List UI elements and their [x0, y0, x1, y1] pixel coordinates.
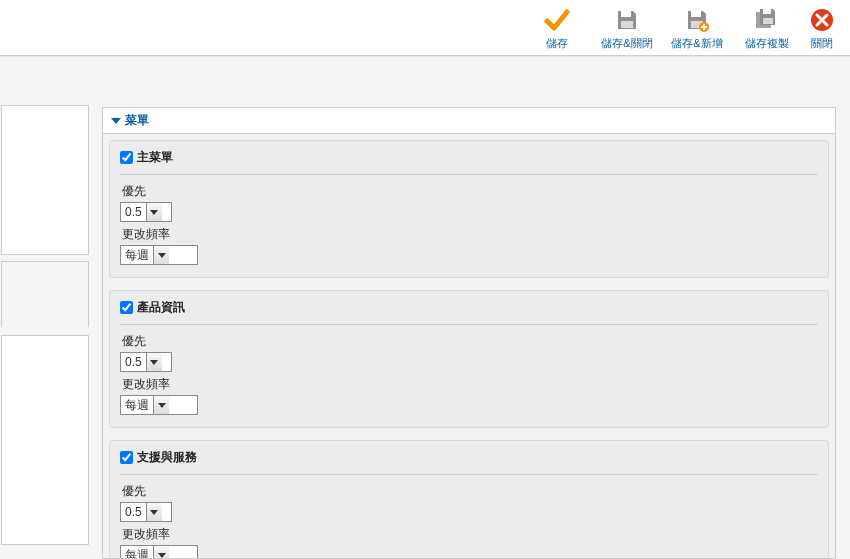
menu-group: 主菜單 優先 0.5 更改頻率 每週	[109, 140, 829, 278]
priority-select[interactable]: 0.5	[120, 202, 172, 222]
disk-plus-icon	[685, 6, 709, 34]
close-button[interactable]: 關閉	[802, 4, 842, 51]
svg-rect-6	[763, 18, 773, 24]
priority-label: 優先	[122, 483, 818, 500]
freq-value: 每週	[125, 547, 149, 560]
freq-value: 每週	[125, 247, 149, 264]
group-checkbox[interactable]	[120, 451, 133, 464]
save-label: 儲存	[546, 36, 568, 51]
priority-value: 0.5	[125, 205, 142, 219]
chevron-down-icon	[146, 203, 162, 221]
close-icon	[810, 6, 834, 34]
chevron-down-icon	[153, 546, 169, 559]
save-close-label: 儲存&關閉	[601, 36, 652, 51]
group-title-label: 支援與服務	[137, 449, 197, 466]
freq-value: 每週	[125, 397, 149, 414]
freq-select[interactable]: 每週	[120, 395, 198, 415]
priority-label: 優先	[122, 183, 818, 200]
priority-select[interactable]: 0.5	[120, 352, 172, 372]
workspace: 菜單 主菜單 優先 0.5 更改頻率 每週	[0, 56, 850, 559]
disk-icon	[615, 6, 639, 34]
toolbar: 儲存 儲存&關閉 儲存&新增 儲存複製 關閉	[0, 0, 850, 56]
disclosure-icon	[111, 118, 121, 124]
menu-group: 支援與服務 優先 0.5 更改頻率 每週	[109, 440, 829, 559]
group-title-label: 主菜單	[137, 149, 173, 166]
freq-select[interactable]: 每週	[120, 245, 198, 265]
save-copy-label: 儲存複製	[745, 36, 789, 51]
save-copy-button[interactable]: 儲存複製	[732, 4, 802, 51]
priority-value: 0.5	[125, 355, 142, 369]
divider	[120, 474, 818, 475]
priority-select[interactable]: 0.5	[120, 502, 172, 522]
close-label: 關閉	[811, 36, 833, 51]
freq-label: 更改頻率	[122, 376, 818, 393]
svg-rect-0	[621, 11, 631, 17]
panel-body: 主菜單 優先 0.5 更改頻率 每週 產品資訊	[103, 134, 835, 559]
left-panel-c	[1, 335, 89, 545]
left-column	[0, 57, 95, 559]
priority-value: 0.5	[125, 505, 142, 519]
chevron-down-icon	[146, 503, 162, 521]
save-close-button[interactable]: 儲存&關閉	[592, 4, 662, 51]
svg-rect-1	[621, 21, 633, 28]
chevron-down-icon	[153, 396, 169, 414]
menu-panel: 菜單 主菜單 優先 0.5 更改頻率 每週	[102, 107, 836, 559]
freq-label: 更改頻率	[122, 526, 818, 543]
save-new-label: 儲存&新增	[671, 36, 722, 51]
check-icon	[544, 6, 570, 34]
freq-select[interactable]: 每週	[120, 545, 198, 559]
disk-copy-icon	[754, 6, 780, 34]
save-button[interactable]: 儲存	[522, 4, 592, 51]
svg-rect-5	[763, 9, 771, 14]
group-checkbox[interactable]	[120, 151, 133, 164]
group-checkbox[interactable]	[120, 301, 133, 314]
svg-rect-2	[691, 11, 701, 17]
group-title-label: 產品資訊	[137, 299, 185, 316]
left-panel-a	[1, 105, 89, 255]
divider	[120, 174, 818, 175]
chevron-down-icon	[153, 246, 169, 264]
divider	[120, 324, 818, 325]
left-panel-b	[1, 261, 89, 327]
save-new-button[interactable]: 儲存&新增	[662, 4, 732, 51]
section-header[interactable]: 菜單	[103, 108, 835, 134]
section-title: 菜單	[125, 112, 149, 129]
chevron-down-icon	[146, 353, 162, 371]
menu-group: 產品資訊 優先 0.5 更改頻率 每週	[109, 290, 829, 428]
freq-label: 更改頻率	[122, 226, 818, 243]
priority-label: 優先	[122, 333, 818, 350]
